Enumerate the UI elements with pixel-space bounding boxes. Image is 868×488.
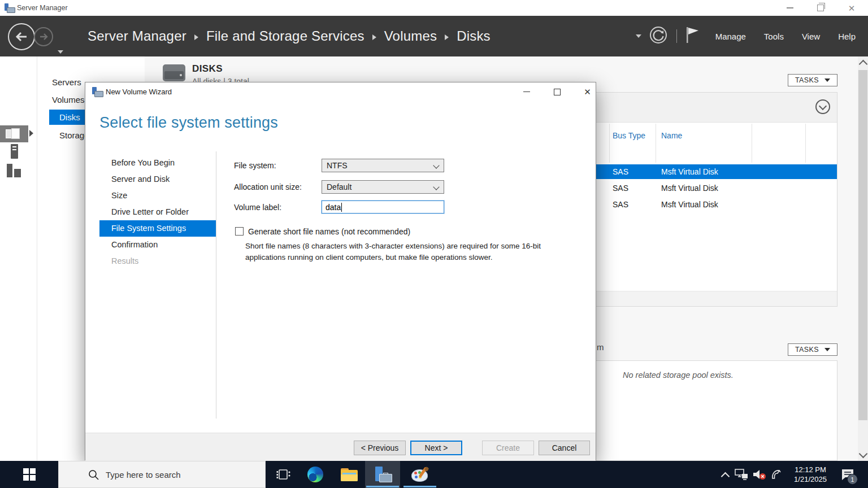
file-explorer-taskbar-button[interactable] <box>336 461 363 488</box>
navbar-right-cluster: Manage Tools View Help <box>636 16 868 56</box>
chevron-down-icon <box>433 162 439 168</box>
search-input[interactable] <box>59 461 265 487</box>
new-volume-wizard-icon <box>92 87 103 96</box>
nav-item-volumes[interactable]: Volumes <box>52 95 85 104</box>
disks-header-icon <box>163 64 185 81</box>
file-storage-icon <box>6 128 23 140</box>
start-button[interactable] <box>0 461 45 488</box>
sidebar-all-servers-button[interactable] <box>0 164 28 177</box>
flag-notifications-button[interactable] <box>685 26 700 46</box>
refresh-button[interactable] <box>649 26 667 46</box>
step-confirmation[interactable]: Confirmation <box>99 237 216 253</box>
storage-pool-empty-message: No related storage pool exists. <box>623 371 734 380</box>
breadcrumb-file-storage-services[interactable]: File and Storage Services <box>206 28 364 44</box>
menu-tools[interactable]: Tools <box>764 32 784 41</box>
cancel-button[interactable]: Cancel <box>539 441 590 455</box>
sidebar-icon-strip <box>0 56 37 461</box>
step-server-and-disk[interactable]: Server and Disk <box>99 171 216 188</box>
notification-count-badge: 1 <box>847 474 858 485</box>
column-divider <box>609 124 610 163</box>
wizard-steps: Before You Begin Server and Disk Size Dr… <box>99 155 216 269</box>
ink-workspace-tray-button[interactable] <box>769 461 784 488</box>
wizard-heading: Select file system settings <box>99 114 278 132</box>
paint-taskbar-button[interactable] <box>402 461 437 488</box>
volume-tray-button[interactable] <box>751 461 768 488</box>
wizard-minimize-button[interactable] <box>514 82 539 101</box>
column-divider <box>656 124 656 163</box>
server-manager-taskbar-button[interactable] <box>365 461 400 488</box>
network-tray-button[interactable] <box>733 461 750 488</box>
step-size[interactable]: Size <box>99 188 216 204</box>
pen-icon <box>770 468 783 481</box>
speaker-muted-icon <box>752 468 767 481</box>
volume-label-label: Volume label: <box>234 203 281 212</box>
wizard-close-button[interactable]: ✕ <box>575 82 600 101</box>
previous-button[interactable]: < Previous <box>354 441 406 455</box>
breadcrumb-server-manager[interactable]: Server Manager <box>88 28 186 44</box>
vertical-scrollbar[interactable] <box>858 56 868 461</box>
breadcrumb-volumes[interactable]: Volumes <box>384 28 437 44</box>
edge-taskbar-button[interactable] <box>302 461 329 488</box>
restore-button[interactable] <box>808 0 834 16</box>
disks-tasks-button[interactable]: TASKS <box>788 74 837 86</box>
wizard-maximize-button[interactable] <box>544 82 570 101</box>
step-file-system-settings[interactable]: File System Settings <box>99 220 216 237</box>
column-divider <box>752 124 752 163</box>
notifications-dropdown-caret[interactable] <box>636 34 641 38</box>
file-system-select[interactable]: NTFS <box>322 159 444 172</box>
server-icon <box>11 144 18 159</box>
scroll-up-icon[interactable] <box>859 60 868 69</box>
desktop: Server Manager ✕ Server Manager File and… <box>0 0 868 488</box>
short-names-note: Short file names (8 characters with 3-ch… <box>245 241 565 263</box>
back-button[interactable] <box>8 23 35 50</box>
next-button[interactable]: Next > <box>410 441 462 455</box>
sidebar-file-storage-button[interactable] <box>0 125 28 142</box>
paint-icon <box>411 467 428 482</box>
column-divider <box>805 124 806 163</box>
menu-help[interactable]: Help <box>838 32 856 41</box>
column-header-bus-type[interactable]: Bus Type <box>613 131 645 140</box>
generate-short-names-label: Generate short file names (not recommend… <box>248 227 410 236</box>
scrollbar-thumb[interactable] <box>858 70 867 420</box>
create-button[interactable]: Create <box>482 441 534 455</box>
breadcrumb-disks[interactable]: Disks <box>457 28 491 44</box>
step-drive-letter-or-folder[interactable]: Drive Letter or Folder <box>99 204 216 220</box>
close-button[interactable]: ✕ <box>839 0 865 16</box>
file-system-label: File system: <box>234 161 276 170</box>
history-dropdown-caret[interactable] <box>58 50 63 54</box>
new-volume-wizard-dialog: New Volume Wizard ✕ Select file system s… <box>85 82 596 460</box>
step-before-you-begin[interactable]: Before You Begin <box>99 155 216 171</box>
task-view-button[interactable] <box>270 461 297 488</box>
window-title: Server Manager <box>17 4 68 12</box>
generate-short-names-checkbox[interactable] <box>235 227 244 236</box>
chevron-down-icon <box>433 184 439 190</box>
server-manager-app-icon <box>5 3 15 12</box>
volume-label-input[interactable]: data <box>322 201 444 213</box>
network-icon <box>735 469 748 480</box>
storage-pool-tasks-button[interactable]: TASKS <box>788 343 837 356</box>
allocation-unit-size-select[interactable]: Default <box>322 180 444 194</box>
nav-item-servers[interactable]: Servers <box>52 77 81 87</box>
column-header-name[interactable]: Name <box>661 131 682 140</box>
breadcrumb-separator-icon <box>194 34 198 40</box>
forward-arrow-icon <box>37 30 50 43</box>
collapse-chevron-button[interactable] <box>815 99 830 114</box>
running-indicator <box>366 486 399 487</box>
disks-panel-title: DISKS <box>192 63 223 75</box>
file-explorer-icon <box>341 468 358 481</box>
forward-button[interactable] <box>34 27 53 46</box>
strip-expand-arrow-icon[interactable] <box>29 130 33 137</box>
app-titlebar: Server Manager ✕ <box>0 0 868 16</box>
text-cursor <box>341 203 342 212</box>
tasks-caret-icon <box>824 348 830 351</box>
scroll-down-icon[interactable] <box>859 450 868 459</box>
taskbar-search-box[interactable] <box>58 461 266 488</box>
taskbar-clock[interactable]: 12:12 PM 1/21/2025 <box>787 465 834 484</box>
sidebar-local-server-button[interactable] <box>0 144 28 159</box>
task-view-icon <box>276 468 291 481</box>
minimize-button[interactable] <box>777 0 803 16</box>
breadcrumb: Server Manager File and Storage Services… <box>88 16 491 56</box>
wizard-title: New Volume Wizard <box>106 88 172 96</box>
menu-view[interactable]: View <box>802 32 820 41</box>
menu-manage[interactable]: Manage <box>715 32 746 41</box>
